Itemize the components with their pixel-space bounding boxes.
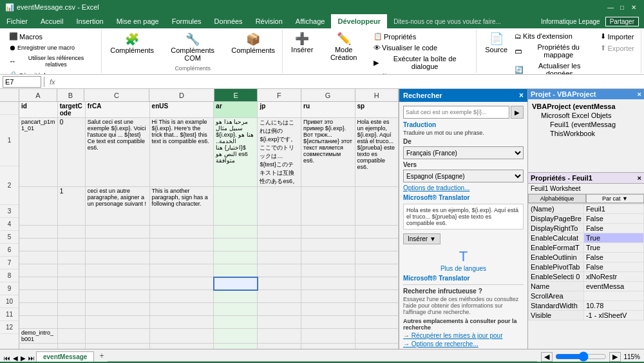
cell-a7[interactable] (19, 277, 57, 290)
macro-btn[interactable]: ⬛ Macros (6, 31, 97, 42)
cell-g8[interactable] (301, 290, 355, 303)
cell-h10[interactable] (355, 316, 398, 329)
translation-options-link[interactable]: Options de traduction... (403, 184, 524, 191)
visualiser-btn[interactable]: 👁 Visualiser le code (371, 43, 472, 53)
sheet-nav-next[interactable]: ▶ (19, 355, 27, 362)
securite-btn[interactable]: 🔒 Sécurité des macros (6, 70, 97, 75)
prop-value-name[interactable]: Feuil1 (583, 204, 643, 214)
col-header-g[interactable]: G (301, 89, 355, 101)
cell-d3[interactable] (149, 226, 214, 239)
add-sheet-button[interactable]: + (95, 350, 108, 362)
tab-formules[interactable]: Formules (166, 14, 208, 28)
row-num-10[interactable]: 10 (0, 295, 19, 308)
row-num-9[interactable]: 9 (0, 282, 19, 295)
to-language-select[interactable]: Espagnol (Espagne) (403, 170, 524, 182)
cell-e9[interactable] (214, 303, 258, 316)
cell-d6[interactable] (149, 264, 214, 277)
cell-c7[interactable] (85, 277, 149, 290)
cell-h8[interactable] (355, 290, 398, 303)
cell-a1[interactable]: pancart_p1m1_01 (19, 118, 57, 187)
col-header-a[interactable]: A (19, 89, 57, 101)
row-num-1[interactable]: 1 (0, 115, 19, 166)
cell-c8[interactable] (85, 290, 149, 303)
cell-f11[interactable] (258, 329, 301, 344)
cell-b9[interactable] (57, 303, 85, 316)
cell-e12[interactable] (214, 344, 258, 349)
props-scroll[interactable]: (Name) Feuil1 DisplayPageBre False Displ… (528, 204, 644, 349)
props-tab-category[interactable]: Par cat ▼ (586, 194, 644, 203)
microsoft-translator-link[interactable]: Microsoft® Translator (403, 275, 524, 282)
props-close-icon[interactable]: × (638, 174, 641, 182)
vba-thisworkbook-item[interactable]: ThisWorkbook (549, 129, 641, 138)
sheet-tab-eventmessage[interactable]: eventMessage (36, 351, 94, 362)
cell-g3[interactable] (301, 226, 355, 239)
cell-c10[interactable] (85, 316, 149, 329)
cell-a-header[interactable]: id (19, 102, 57, 118)
cell-c12[interactable] (85, 344, 149, 349)
search-button[interactable]: ▶ (511, 106, 524, 119)
cell-d4[interactable] (149, 239, 214, 251)
search-panel-close[interactable]: × (519, 91, 524, 100)
from-language-select[interactable]: Français (France) (403, 146, 524, 159)
complements-btn[interactable]: 🧩 Compléments (107, 32, 157, 64)
cell-a9[interactable] (19, 303, 57, 316)
cell-e3[interactable] (214, 226, 258, 239)
search-input[interactable] (403, 106, 509, 119)
cell-f2[interactable] (258, 187, 301, 226)
cell-e1[interactable]: مرحبا هذا هو سبيل مثال ${i.exp}. هنا هو … (214, 118, 258, 187)
cell-e6[interactable] (214, 264, 258, 277)
col-header-f[interactable]: F (258, 89, 301, 101)
row-num-3[interactable]: 3 (0, 205, 19, 218)
cell-e-header[interactable]: ar (214, 102, 258, 118)
row-num-8[interactable]: 8 (0, 270, 19, 282)
cell-b1[interactable]: 0 (57, 118, 85, 187)
cell-d2[interactable]: This is another paragraph, sign has a fo… (149, 187, 214, 226)
cell-g-header[interactable]: ru (301, 102, 355, 118)
prop-value-scrollarea[interactable] (583, 291, 643, 301)
cell-c-header[interactable]: frCA (85, 102, 149, 118)
cell-g9[interactable] (301, 303, 355, 316)
cell-d-header[interactable]: enUS (149, 102, 214, 118)
cell-h12[interactable] (355, 344, 398, 349)
cell-c4[interactable] (85, 239, 149, 251)
col-header-b[interactable]: B (57, 89, 84, 101)
sheet-nav-prev[interactable]: ◀ (12, 355, 19, 362)
cell-a6[interactable] (19, 264, 57, 277)
zoom-slider[interactable] (555, 351, 607, 362)
tab-mise-en-page[interactable]: Mise en page (110, 14, 166, 28)
cell-b10[interactable] (57, 316, 85, 329)
row-num-12[interactable]: 12 (0, 321, 19, 334)
prop-value-enableoutline[interactable]: False (583, 253, 643, 262)
row-num-header[interactable] (0, 102, 19, 115)
tab-help[interactable]: Dites-nous ce que vous voulez faire... (387, 14, 507, 28)
prop-value-displaypagebr[interactable]: False (583, 214, 643, 224)
cell-h-header[interactable]: sp (355, 102, 398, 118)
cell-b4[interactable] (57, 239, 85, 251)
cell-f1[interactable]: こんにちはこれは例の${i.exp}です。ここでのトリックは…${test}この… (258, 118, 301, 187)
importer-btn[interactable]: ⬇ Importer (598, 31, 637, 42)
search-options-link[interactable]: → Options de recherche... (403, 340, 524, 348)
cell-g10[interactable] (301, 316, 355, 329)
tab-affichage[interactable]: Affichage (289, 14, 332, 28)
cell-c1[interactable]: Salut ceci est une exemple ${i.exp}. Voi… (85, 118, 149, 187)
cell-b-header[interactable]: targetCode (57, 102, 85, 118)
cell-d8[interactable] (149, 290, 214, 303)
cell-f4[interactable] (258, 239, 301, 251)
cell-e2[interactable] (214, 187, 258, 226)
update-link[interactable]: → Récupérer les mises à jour pour (403, 332, 524, 339)
sheet-nav-first[interactable]: ⏮ (3, 355, 12, 362)
prop-value-displayright[interactable]: False (583, 224, 643, 233)
executer-btn[interactable]: ▶ Exécuter la boîte de dialogue (371, 54, 472, 72)
cell-e11[interactable] (214, 329, 258, 344)
tab-fichier[interactable]: Fichier (0, 14, 34, 28)
cell-a5[interactable] (19, 251, 57, 264)
cell-b3[interactable] (57, 226, 85, 239)
cell-d7[interactable] (149, 277, 214, 290)
cell-b2[interactable]: 1 (57, 187, 85, 226)
cell-d10[interactable] (149, 316, 214, 329)
cell-g5[interactable] (301, 251, 355, 264)
cell-h11[interactable] (355, 329, 398, 344)
sheet-nav-last[interactable]: ⏭ (27, 355, 36, 362)
prop-value-enablepivot[interactable]: False (583, 262, 643, 272)
row-num-4[interactable]: 4 (0, 218, 19, 231)
